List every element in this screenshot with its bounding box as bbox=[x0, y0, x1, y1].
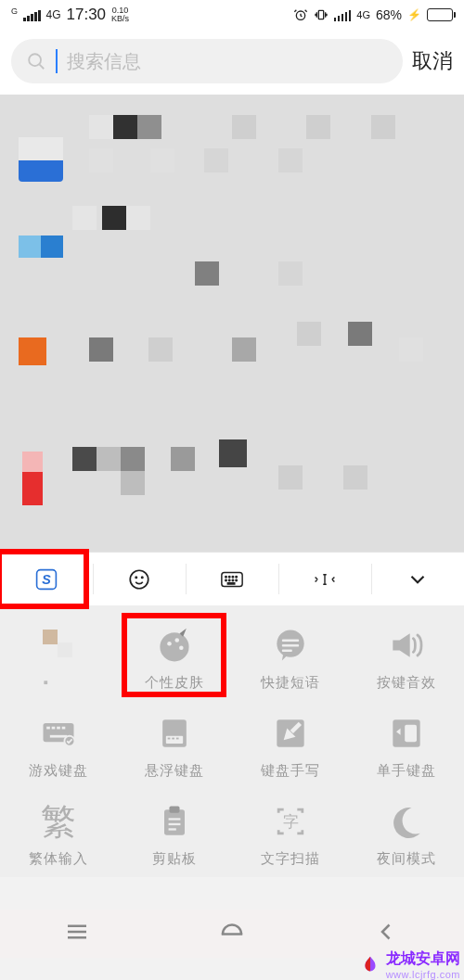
clipboard-icon bbox=[154, 801, 195, 842]
panel-item-label: 游戏键盘 bbox=[29, 762, 88, 780]
nav-menu-button[interactable] bbox=[63, 918, 91, 949]
battery-icon bbox=[427, 8, 453, 21]
svg-point-7 bbox=[142, 577, 143, 578]
signal-icon-2 bbox=[334, 9, 352, 21]
panel-item-label: 夜间模式 bbox=[377, 850, 436, 868]
cursor-move-button[interactable] bbox=[278, 553, 371, 605]
panel-item-sound[interactable]: 按键音效 bbox=[348, 624, 464, 692]
svg-rect-29 bbox=[57, 727, 60, 730]
onehand-icon bbox=[386, 713, 427, 754]
svg-point-22 bbox=[277, 630, 303, 657]
panel-item-label: 繁体输入 bbox=[29, 850, 88, 868]
back-icon bbox=[373, 918, 401, 946]
search-row: 取消 bbox=[0, 30, 464, 95]
chat-icon bbox=[270, 625, 311, 666]
svg-rect-31 bbox=[49, 735, 66, 738]
watermark-logo-icon bbox=[360, 955, 380, 975]
panel-item-clipboard[interactable]: 剪贴板 bbox=[116, 800, 232, 868]
svg-point-10 bbox=[228, 576, 229, 577]
ime-logo-button[interactable]: S bbox=[0, 553, 93, 605]
vibrate-icon bbox=[314, 7, 329, 22]
nav-back-button[interactable] bbox=[373, 918, 401, 949]
svg-point-5 bbox=[130, 570, 148, 589]
svg-text:字: 字 bbox=[282, 813, 298, 830]
panel-item-onehand[interactable]: 单手键盘 bbox=[348, 712, 464, 780]
svg-rect-23 bbox=[281, 640, 298, 642]
panel-item-label: 键盘手写 bbox=[261, 762, 320, 780]
panel-item-label: 剪贴板 bbox=[152, 850, 197, 868]
panel-item-blurred[interactable]: ▪ bbox=[0, 624, 116, 692]
net-speed: 0.10KB/s bbox=[111, 6, 129, 23]
svg-point-9 bbox=[226, 576, 226, 577]
carrier-g: G bbox=[11, 7, 18, 16]
alarm-icon bbox=[293, 7, 308, 22]
traditional-glyph-icon: 繁 bbox=[41, 798, 76, 846]
svg-rect-41 bbox=[405, 725, 417, 742]
panel-item-label: 个性皮肤 bbox=[145, 674, 204, 692]
game-keyboard-icon bbox=[38, 713, 79, 754]
search-icon bbox=[26, 51, 46, 71]
watermark-url: www.lcjrfg.com bbox=[386, 969, 460, 980]
panel-item-traditional[interactable]: 繁 繁体输入 bbox=[0, 800, 116, 868]
svg-point-19 bbox=[167, 642, 172, 646]
svg-rect-46 bbox=[168, 828, 175, 830]
keyboard-switch-button[interactable] bbox=[186, 553, 278, 605]
svg-rect-44 bbox=[168, 818, 180, 820]
svg-rect-45 bbox=[168, 823, 180, 825]
svg-rect-35 bbox=[167, 738, 170, 740]
svg-point-14 bbox=[228, 579, 229, 580]
home-icon bbox=[218, 918, 246, 946]
net-4g-right: 4G bbox=[356, 9, 370, 20]
svg-point-15 bbox=[232, 579, 233, 580]
svg-rect-37 bbox=[175, 738, 178, 740]
svg-rect-28 bbox=[51, 727, 55, 730]
search-box[interactable] bbox=[11, 39, 403, 83]
panel-item-label: 按键音效 bbox=[377, 674, 436, 692]
panel-item-label: ▪ bbox=[43, 674, 72, 690]
status-time: 17:30 bbox=[67, 6, 107, 24]
emoji-button[interactable] bbox=[93, 553, 186, 605]
panel-item-skin[interactable]: 个性皮肤 bbox=[116, 624, 232, 692]
scan-text-icon: 字 bbox=[270, 801, 311, 842]
panel-item-label: 悬浮键盘 bbox=[145, 762, 204, 780]
svg-rect-25 bbox=[281, 650, 291, 652]
panel-item-phrases[interactable]: 快捷短语 bbox=[232, 624, 348, 692]
svg-point-13 bbox=[226, 579, 226, 580]
charge-icon: ⚡ bbox=[407, 8, 421, 21]
speaker-icon bbox=[386, 625, 427, 666]
svg-point-21 bbox=[179, 645, 184, 650]
cancel-button[interactable]: 取消 bbox=[412, 47, 453, 75]
palette-icon bbox=[154, 625, 195, 666]
chevron-down-icon bbox=[406, 567, 430, 592]
keyboard-toolbar: S bbox=[0, 552, 464, 605]
svg-rect-30 bbox=[61, 727, 65, 730]
svg-rect-36 bbox=[172, 738, 174, 740]
panel-item-handwrite[interactable]: 键盘手写 bbox=[232, 712, 348, 780]
emoji-icon bbox=[127, 567, 151, 592]
svg-point-11 bbox=[232, 576, 233, 577]
svg-rect-24 bbox=[281, 644, 298, 646]
moon-icon bbox=[386, 801, 427, 842]
svg-point-18 bbox=[160, 632, 188, 661]
svg-point-2 bbox=[29, 54, 41, 66]
nav-home-button[interactable] bbox=[218, 918, 246, 949]
keyboard-settings-panel: ▪ 个性皮肤 快捷短语 按键音效 游戏键盘 悬浮键盘 键盘手写 bbox=[0, 605, 464, 877]
search-input[interactable] bbox=[67, 51, 388, 72]
svg-text:S: S bbox=[42, 572, 51, 587]
panel-item-ocr[interactable]: 字 文字扫描 bbox=[232, 800, 348, 868]
panel-item-night[interactable]: 夜间模式 bbox=[348, 800, 464, 868]
signal-icon bbox=[23, 9, 41, 21]
status-bar: G 4G 17:30 0.10KB/s 4G 68% ⚡ bbox=[0, 0, 464, 30]
svg-rect-42 bbox=[164, 809, 185, 835]
battery-pct: 68% bbox=[376, 7, 402, 22]
svg-point-20 bbox=[174, 638, 179, 643]
cursor-move-icon bbox=[313, 567, 337, 592]
panel-item-label: 文字扫描 bbox=[261, 850, 320, 868]
panel-item-game[interactable]: 游戏键盘 bbox=[0, 712, 116, 780]
svg-rect-43 bbox=[169, 807, 179, 813]
collapse-button[interactable] bbox=[371, 553, 464, 605]
watermark: 龙城安卓网 www.lcjrfg.com bbox=[360, 949, 460, 980]
svg-rect-27 bbox=[46, 727, 50, 730]
panel-item-float[interactable]: 悬浮键盘 bbox=[116, 712, 232, 780]
panel-item-label: 单手键盘 bbox=[377, 762, 436, 780]
